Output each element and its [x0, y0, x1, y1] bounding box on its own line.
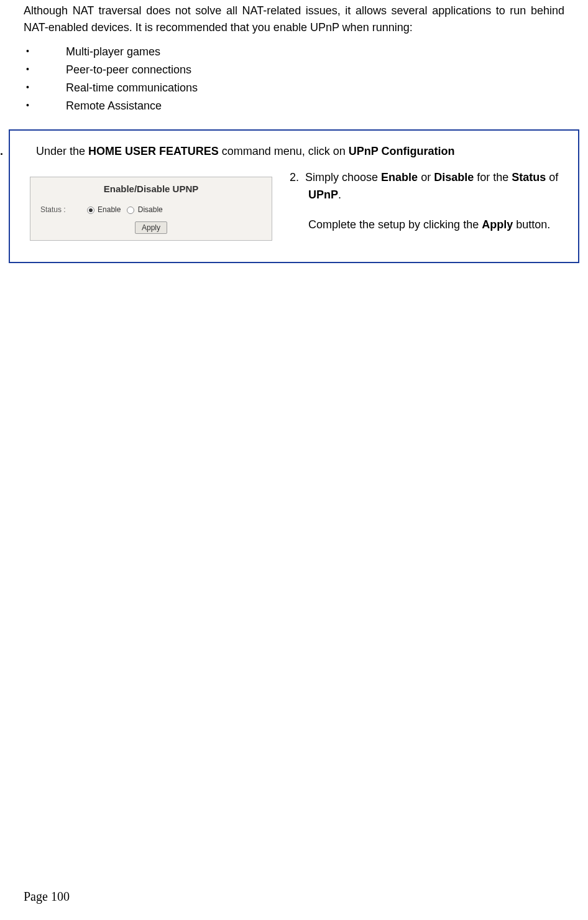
- radio-dot-icon: [127, 207, 134, 214]
- radio-label: Enable: [98, 205, 121, 214]
- text: .: [338, 188, 341, 201]
- list-item: Peer-to-peer connections: [24, 62, 564, 78]
- step-2-line2: Complete the setup by clicking the Apply…: [290, 216, 568, 234]
- step-number: 1.: [21, 143, 36, 160]
- text: Under the: [36, 145, 88, 157]
- text: for the: [474, 171, 512, 184]
- radio-dot-icon: [87, 207, 94, 214]
- page-number: Page 100: [24, 890, 70, 904]
- status-bold: Status: [512, 171, 546, 184]
- step-2-text: 2. Simply choose Enable or Disable for t…: [290, 169, 571, 234]
- text: command menu, click on: [219, 145, 349, 157]
- disable-bold: Disable: [434, 171, 474, 184]
- list-item: Multi-player games: [24, 44, 564, 60]
- text: button.: [513, 218, 550, 231]
- enable-bold: Enable: [381, 171, 418, 184]
- upnp-bold: UPnP: [308, 188, 338, 201]
- text: of: [546, 171, 558, 184]
- text: Simply choose: [305, 171, 381, 184]
- status-label: Status :: [40, 205, 66, 214]
- list-item: Real-time communications: [24, 80, 564, 96]
- status-radio-group: Enable Disable: [87, 205, 163, 214]
- apply-bold: Apply: [482, 218, 513, 231]
- radio-disable[interactable]: Disable: [127, 205, 162, 214]
- widget-body: Status : Enable Disable: [30, 203, 272, 216]
- menu-name-bold: HOME USER FEATURES: [88, 145, 219, 157]
- radio-label: Disable: [138, 205, 163, 214]
- bullet-list: Multi-player games Peer-to-peer connecti…: [24, 44, 564, 114]
- apply-button[interactable]: Apply: [135, 221, 167, 234]
- widget-title: Enable/Disable UPNP: [30, 177, 272, 203]
- text: Complete the setup by clicking the: [308, 218, 482, 231]
- list-item: Remote Assistance: [24, 98, 564, 114]
- step-2-line1: 2. Simply choose Enable or Disable for t…: [290, 169, 568, 204]
- intro-paragraph: Although NAT traversal does not solve al…: [24, 2, 564, 36]
- link-name-bold: UPnP Configuration: [349, 145, 455, 157]
- instruction-box: 1.Under the HOME USER FEATURES command m…: [9, 129, 579, 263]
- upnp-config-screenshot: Enable/Disable UPNP Status : Enable Disa…: [30, 177, 272, 241]
- step-1-text: 1.Under the HOME USER FEATURES command m…: [19, 143, 571, 160]
- text: or: [418, 171, 434, 184]
- step-number: 2.: [290, 171, 299, 184]
- radio-enable[interactable]: Enable: [87, 205, 121, 214]
- widget-footer: Apply: [30, 216, 272, 240]
- step-two-area: Enable/Disable UPNP Status : Enable Disa…: [17, 177, 571, 241]
